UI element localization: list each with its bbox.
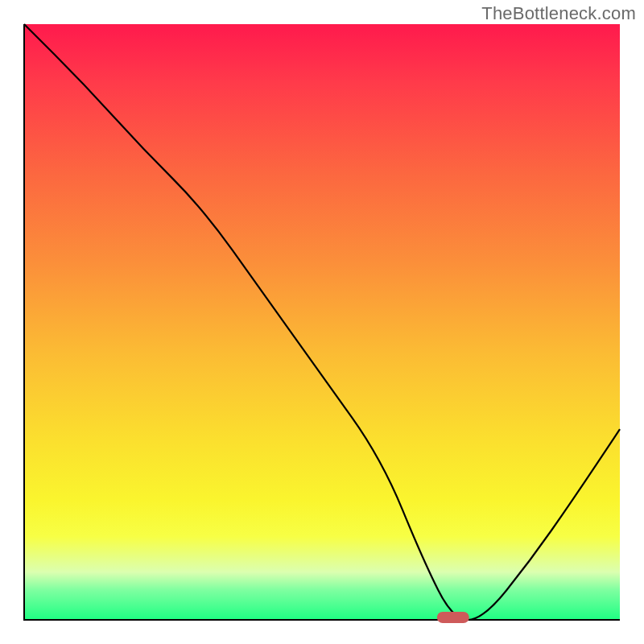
watermark-text: TheBottleneck.com <box>481 3 636 24</box>
axis-frame <box>24 24 620 620</box>
chart-svg <box>0 0 644 644</box>
bottleneck-curve <box>24 24 620 620</box>
bottleneck-marker <box>437 612 469 623</box>
chart-container: TheBottleneck.com <box>0 0 644 644</box>
